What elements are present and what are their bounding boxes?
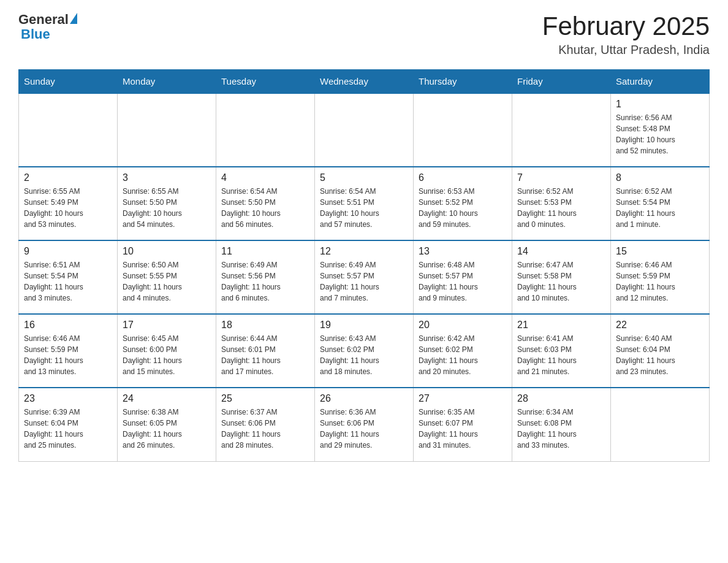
day-info: Sunrise: 6:52 AM Sunset: 5:54 PM Dayligh…	[616, 186, 704, 230]
week-row-4: 16Sunrise: 6:46 AM Sunset: 5:59 PM Dayli…	[19, 314, 710, 388]
calendar-cell	[611, 388, 710, 461]
day-info: Sunrise: 6:37 AM Sunset: 6:06 PM Dayligh…	[221, 407, 309, 451]
weekday-header-tuesday: Tuesday	[216, 70, 315, 94]
day-number: 21	[517, 320, 605, 331]
calendar-cell: 10Sunrise: 6:50 AM Sunset: 5:55 PM Dayli…	[118, 240, 216, 314]
day-info: Sunrise: 6:56 AM Sunset: 5:48 PM Dayligh…	[616, 112, 704, 156]
day-number: 26	[320, 393, 408, 404]
day-info: Sunrise: 6:48 AM Sunset: 5:57 PM Dayligh…	[419, 259, 507, 304]
calendar-cell: 2Sunrise: 6:55 AM Sunset: 5:49 PM Daylig…	[19, 167, 118, 240]
day-info: Sunrise: 6:45 AM Sunset: 6:00 PM Dayligh…	[123, 333, 211, 377]
day-info: Sunrise: 6:55 AM Sunset: 5:49 PM Dayligh…	[24, 186, 112, 230]
day-info: Sunrise: 6:49 AM Sunset: 5:56 PM Dayligh…	[221, 259, 309, 304]
weekday-header-sunday: Sunday	[19, 70, 118, 94]
day-number: 23	[24, 393, 112, 404]
calendar-cell	[315, 93, 414, 167]
month-title: February 2025	[542, 12, 710, 40]
day-info: Sunrise: 6:42 AM Sunset: 6:02 PM Dayligh…	[419, 333, 507, 377]
calendar-table: SundayMondayTuesdayWednesdayThursdayFrid…	[18, 69, 710, 462]
week-row-1: 1Sunrise: 6:56 AM Sunset: 5:48 PM Daylig…	[19, 93, 710, 167]
calendar-cell: 3Sunrise: 6:55 AM Sunset: 5:50 PM Daylig…	[118, 167, 216, 240]
day-info: Sunrise: 6:47 AM Sunset: 5:58 PM Dayligh…	[517, 259, 605, 304]
calendar-cell	[118, 93, 216, 167]
calendar-cell	[512, 93, 611, 167]
day-number: 4	[221, 172, 309, 183]
day-info: Sunrise: 6:50 AM Sunset: 5:55 PM Dayligh…	[123, 259, 211, 304]
calendar-cell: 12Sunrise: 6:49 AM Sunset: 5:57 PM Dayli…	[315, 240, 414, 314]
calendar-cell: 9Sunrise: 6:51 AM Sunset: 5:54 PM Daylig…	[19, 240, 118, 314]
day-info: Sunrise: 6:38 AM Sunset: 6:05 PM Dayligh…	[123, 407, 211, 451]
day-info: Sunrise: 6:43 AM Sunset: 6:02 PM Dayligh…	[320, 333, 408, 377]
calendar-cell: 25Sunrise: 6:37 AM Sunset: 6:06 PM Dayli…	[216, 388, 315, 461]
calendar-cell: 24Sunrise: 6:38 AM Sunset: 6:05 PM Dayli…	[118, 388, 216, 461]
day-info: Sunrise: 6:54 AM Sunset: 5:51 PM Dayligh…	[320, 186, 408, 230]
calendar-cell: 5Sunrise: 6:54 AM Sunset: 5:51 PM Daylig…	[315, 167, 414, 240]
title-section: February 2025 Khutar, Uttar Pradesh, Ind…	[542, 12, 710, 57]
day-info: Sunrise: 6:34 AM Sunset: 6:08 PM Dayligh…	[517, 407, 605, 451]
calendar-cell: 15Sunrise: 6:46 AM Sunset: 5:59 PM Dayli…	[611, 240, 710, 314]
day-number: 27	[419, 393, 507, 404]
day-info: Sunrise: 6:40 AM Sunset: 6:04 PM Dayligh…	[616, 333, 704, 377]
logo-general-text: General	[18, 12, 69, 27]
day-number: 9	[24, 246, 112, 257]
weekday-header-thursday: Thursday	[414, 70, 512, 94]
calendar-cell: 28Sunrise: 6:34 AM Sunset: 6:08 PM Dayli…	[512, 388, 611, 461]
logo-blue-text: Blue	[21, 26, 50, 42]
day-number: 24	[123, 393, 211, 404]
day-number: 19	[320, 320, 408, 331]
day-number: 5	[320, 172, 408, 183]
weekday-header-wednesday: Wednesday	[315, 70, 414, 94]
calendar-cell: 16Sunrise: 6:46 AM Sunset: 5:59 PM Dayli…	[19, 314, 118, 388]
day-info: Sunrise: 6:52 AM Sunset: 5:53 PM Dayligh…	[517, 186, 605, 230]
calendar-cell: 23Sunrise: 6:39 AM Sunset: 6:04 PM Dayli…	[19, 388, 118, 461]
calendar-cell: 1Sunrise: 6:56 AM Sunset: 5:48 PM Daylig…	[611, 93, 710, 167]
day-info: Sunrise: 6:36 AM Sunset: 6:06 PM Dayligh…	[320, 407, 408, 451]
calendar-cell: 13Sunrise: 6:48 AM Sunset: 5:57 PM Dayli…	[414, 240, 512, 314]
calendar-cell: 17Sunrise: 6:45 AM Sunset: 6:00 PM Dayli…	[118, 314, 216, 388]
day-number: 13	[419, 246, 507, 257]
logo: General Blue	[18, 12, 77, 42]
day-number: 22	[616, 320, 704, 331]
day-info: Sunrise: 6:49 AM Sunset: 5:57 PM Dayligh…	[320, 259, 408, 304]
day-info: Sunrise: 6:54 AM Sunset: 5:50 PM Dayligh…	[221, 186, 309, 230]
calendar-cell: 4Sunrise: 6:54 AM Sunset: 5:50 PM Daylig…	[216, 167, 315, 240]
week-row-2: 2Sunrise: 6:55 AM Sunset: 5:49 PM Daylig…	[19, 167, 710, 240]
calendar-cell	[216, 93, 315, 167]
calendar-cell	[414, 93, 512, 167]
calendar-cell: 8Sunrise: 6:52 AM Sunset: 5:54 PM Daylig…	[611, 167, 710, 240]
calendar-cell: 22Sunrise: 6:40 AM Sunset: 6:04 PM Dayli…	[611, 314, 710, 388]
day-number: 6	[419, 172, 507, 183]
day-number: 1	[616, 99, 704, 110]
week-row-5: 23Sunrise: 6:39 AM Sunset: 6:04 PM Dayli…	[19, 388, 710, 461]
calendar-cell	[19, 93, 118, 167]
day-info: Sunrise: 6:46 AM Sunset: 5:59 PM Dayligh…	[24, 333, 112, 377]
calendar-cell: 19Sunrise: 6:43 AM Sunset: 6:02 PM Dayli…	[315, 314, 414, 388]
day-number: 14	[517, 246, 605, 257]
calendar-cell: 27Sunrise: 6:35 AM Sunset: 6:07 PM Dayli…	[414, 388, 512, 461]
day-number: 18	[221, 320, 309, 331]
day-info: Sunrise: 6:41 AM Sunset: 6:03 PM Dayligh…	[517, 333, 605, 377]
day-number: 12	[320, 246, 408, 257]
day-number: 3	[123, 172, 211, 183]
day-number: 7	[517, 172, 605, 183]
day-number: 10	[123, 246, 211, 257]
day-number: 20	[419, 320, 507, 331]
day-info: Sunrise: 6:35 AM Sunset: 6:07 PM Dayligh…	[419, 407, 507, 451]
day-info: Sunrise: 6:55 AM Sunset: 5:50 PM Dayligh…	[123, 186, 211, 230]
day-number: 15	[616, 246, 704, 257]
day-info: Sunrise: 6:51 AM Sunset: 5:54 PM Dayligh…	[24, 259, 112, 304]
calendar-cell: 7Sunrise: 6:52 AM Sunset: 5:53 PM Daylig…	[512, 167, 611, 240]
calendar-cell: 18Sunrise: 6:44 AM Sunset: 6:01 PM Dayli…	[216, 314, 315, 388]
calendar-cell: 14Sunrise: 6:47 AM Sunset: 5:58 PM Dayli…	[512, 240, 611, 314]
page-header: General Blue February 2025 Khutar, Uttar…	[18, 12, 710, 57]
calendar-cell: 6Sunrise: 6:53 AM Sunset: 5:52 PM Daylig…	[414, 167, 512, 240]
day-number: 25	[221, 393, 309, 404]
weekday-header-saturday: Saturday	[611, 70, 710, 94]
day-info: Sunrise: 6:46 AM Sunset: 5:59 PM Dayligh…	[616, 259, 704, 304]
day-number: 17	[123, 320, 211, 331]
location-text: Khutar, Uttar Pradesh, India	[542, 43, 710, 57]
weekday-header-monday: Monday	[118, 70, 216, 94]
calendar-cell: 26Sunrise: 6:36 AM Sunset: 6:06 PM Dayli…	[315, 388, 414, 461]
calendar-cell: 21Sunrise: 6:41 AM Sunset: 6:03 PM Dayli…	[512, 314, 611, 388]
day-number: 8	[616, 172, 704, 183]
